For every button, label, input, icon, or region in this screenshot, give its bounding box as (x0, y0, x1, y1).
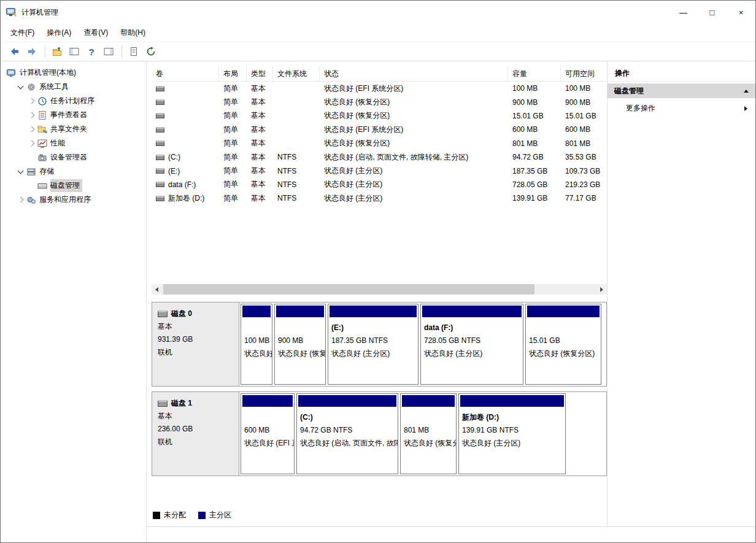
back-arrow-icon[interactable] (7, 44, 23, 59)
volume-row[interactable]: 简单 基本 状态良好 (恢复分区) 15.01 GB 15.01 GB (152, 109, 607, 123)
tree-item-storage[interactable]: 存储 (1, 164, 146, 179)
horizontal-scrollbar[interactable] (152, 284, 607, 295)
chevron-right-icon[interactable] (15, 198, 25, 202)
tree-item-disk-management[interactable]: 磁盘管理 (1, 179, 146, 193)
actions-section-disk-management[interactable]: 磁盘管理 (608, 83, 755, 98)
properties-icon[interactable] (126, 44, 142, 59)
minimize-icon[interactable]: — (669, 1, 698, 24)
more-actions-item[interactable]: 更多操作 (608, 100, 755, 117)
up-level-icon[interactable] (49, 44, 65, 59)
partition-recovery-801mb[interactable]: 801 MB状态良好 (恢复分区) (400, 393, 457, 474)
column-header-free-space[interactable]: 可用空间 (561, 66, 607, 81)
volume-row[interactable]: 简单 基本 状态良好 (恢复分区) 801 MB 801 MB (152, 137, 607, 150)
disk-icon (158, 310, 168, 317)
panels-row: 卷 布局 类型 文件系统 状态 容量 可用空间 简单 (147, 61, 755, 526)
volume-filesystem (273, 95, 320, 109)
column-header-volume[interactable]: 卷 (152, 66, 219, 81)
show-action-pane-icon[interactable] (101, 44, 117, 59)
partition-d-drive[interactable]: 新加卷 (D:)139.91 GB NTFS状态良好 (主分区) (458, 393, 566, 474)
chevron-down-icon[interactable] (15, 171, 25, 173)
menu-file[interactable]: 文件(F) (4, 25, 40, 41)
forward-arrow-icon[interactable] (24, 44, 40, 59)
tree-item-system-tools[interactable]: 系统工具 (1, 80, 146, 94)
volume-status: 状态良好 (启动, 页面文件, 故障转储, 主分区) (320, 150, 508, 164)
tree-item-shared-folders[interactable]: 共享文件夹 (1, 122, 146, 136)
system-tools-icon (26, 82, 36, 92)
storage-icon (26, 167, 36, 177)
toolbar-separator (45, 45, 45, 58)
scrollbar-track[interactable] (162, 284, 596, 295)
volume-status: 状态良好 (恢复分区) (320, 109, 508, 123)
computer-icon (7, 68, 17, 78)
chevron-down-icon[interactable] (15, 86, 25, 88)
volume-status: 状态良好 (EFI 系统分区) (320, 123, 508, 136)
volume-free-space: 900 MB (561, 95, 607, 109)
volume-free-space: 600 MB (561, 123, 607, 136)
disk-0-header[interactable]: 磁盘 0 基本 931.39 GB 联机 (152, 302, 239, 386)
tree-item-device-manager[interactable]: 设备管理器 (1, 150, 146, 164)
partition-recovery-900mb[interactable]: 900 MB状态良好 (恢复分区) (274, 304, 326, 385)
chevron-right-icon[interactable] (26, 113, 36, 117)
volume-row[interactable]: 简单 基本 状态良好 (恢复分区) 900 MB 900 MB (152, 95, 607, 109)
volume-row[interactable]: data (F:) 简单 基本 NTFS 状态良好 (主分区) 728.05 G… (152, 178, 607, 191)
partition-efi-600mb[interactable]: 600 MB状态良好 (EFI 系统分区) (241, 393, 295, 474)
volume-capacity: 15.01 GB (508, 109, 561, 123)
refresh-icon[interactable] (143, 44, 159, 59)
partition-efi-100mb[interactable]: 100 MB状态良好 (EFI 系统分区) (241, 304, 272, 385)
volume-type: 基本 (247, 109, 273, 123)
scrollbar-thumb[interactable] (163, 284, 534, 295)
partition-e-drive[interactable]: (E:)187.35 GB NTFS状态良好 (主分区) (328, 304, 418, 385)
chevron-right-icon[interactable] (26, 141, 36, 145)
volume-capacity: 600 MB (508, 123, 561, 136)
volume-capacity: 728.05 GB (508, 178, 561, 191)
tree-item-performance[interactable]: 性能 (1, 136, 146, 150)
volume-row[interactable]: (C:) 简单 基本 NTFS 状态良好 (启动, 页面文件, 故障转储, 主分… (152, 150, 607, 164)
toolbar-separator (122, 45, 122, 58)
help-icon[interactable]: ? (83, 44, 99, 59)
menu-view[interactable]: 查看(V) (77, 25, 114, 41)
menu-help[interactable]: 帮助(H) (114, 25, 152, 41)
partition-f-drive[interactable]: data (F:)728.05 GB NTFS状态良好 (主分区) (420, 304, 523, 385)
scroll-right-icon[interactable] (596, 284, 607, 295)
disk-name: 磁盘 0 (171, 307, 192, 320)
volume-type: 基本 (247, 150, 273, 164)
disk-1-header[interactable]: 磁盘 1 基本 236.00 GB 联机 (152, 392, 239, 476)
volume-table-body: 简单 基本 状态良好 (EFI 系统分区) 100 MB 100 MB 简单 (152, 82, 607, 284)
volume-row[interactable]: 新加卷 (D:) 简单 基本 NTFS 状态良好 (主分区) 139.91 GB… (152, 191, 607, 205)
volume-row[interactable]: (E:) 简单 基本 NTFS 状态良好 (主分区) 187.35 GB 109… (152, 164, 607, 177)
column-header-layout[interactable]: 布局 (219, 66, 247, 81)
legend-primary-partition: 主分区 (198, 510, 231, 520)
column-header-filesystem[interactable]: 文件系统 (273, 66, 320, 81)
chevron-right-icon[interactable] (26, 99, 36, 103)
column-header-status[interactable]: 状态 (320, 66, 508, 81)
volume-free-space: 100 MB (561, 82, 607, 95)
maximize-icon[interactable]: □ (698, 1, 727, 24)
chevron-right-icon[interactable] (26, 127, 36, 131)
column-header-capacity[interactable]: 容量 (508, 66, 561, 81)
close-icon[interactable]: × (727, 1, 755, 24)
volume-row[interactable]: 简单 基本 状态良好 (EFI 系统分区) 600 MB 600 MB (152, 123, 607, 136)
computer-management-window: 计算机管理 — □ × 文件(F) 操作(A) 查看(V) 帮助(H) (0, 0, 756, 543)
menu-action[interactable]: 操作(A) (40, 25, 77, 41)
volume-name: (E:) (168, 167, 180, 175)
volume-row[interactable]: 简单 基本 状态良好 (EFI 系统分区) 100 MB 100 MB (152, 82, 607, 95)
partition-color-band (402, 395, 455, 407)
volume-status: 状态良好 (主分区) (320, 191, 508, 205)
disk-0-row: 磁盘 0 基本 931.39 GB 联机 100 MB状态良好 (EFI 系统分… (152, 302, 607, 387)
disk-1-row: 磁盘 1 基本 236.00 GB 联机 600 MB状态良好 (EFI 系统分… (152, 391, 607, 476)
tree-item-services-and-applications[interactable]: 服务和应用程序 (1, 193, 146, 207)
show-console-tree-icon[interactable] (66, 44, 82, 59)
collapse-up-icon[interactable] (744, 90, 749, 93)
event-viewer-icon (37, 110, 47, 120)
tree-item-event-viewer[interactable]: 事件查看器 (1, 108, 146, 122)
volume-filesystem: NTFS (273, 164, 320, 177)
shared-folders-icon (37, 125, 47, 134)
scroll-left-icon[interactable] (152, 284, 162, 295)
partition-recovery-15gb[interactable]: 15.01 GB状态良好 (恢复分区) (525, 304, 601, 385)
tree-item-task-scheduler[interactable]: 任务计划程序 (1, 94, 146, 108)
partition-c-drive[interactable]: (C:)94.72 GB NTFS状态良好 (启动, 页面文件, 故障转储, 主… (296, 393, 398, 474)
column-header-type[interactable]: 类型 (247, 66, 273, 81)
selected-tree-item[interactable]: 磁盘管理 (50, 179, 82, 192)
tree-item-label: 系统工具 (39, 82, 69, 92)
tree-item-computer-management-local[interactable]: 计算机管理(本地) (1, 66, 146, 80)
